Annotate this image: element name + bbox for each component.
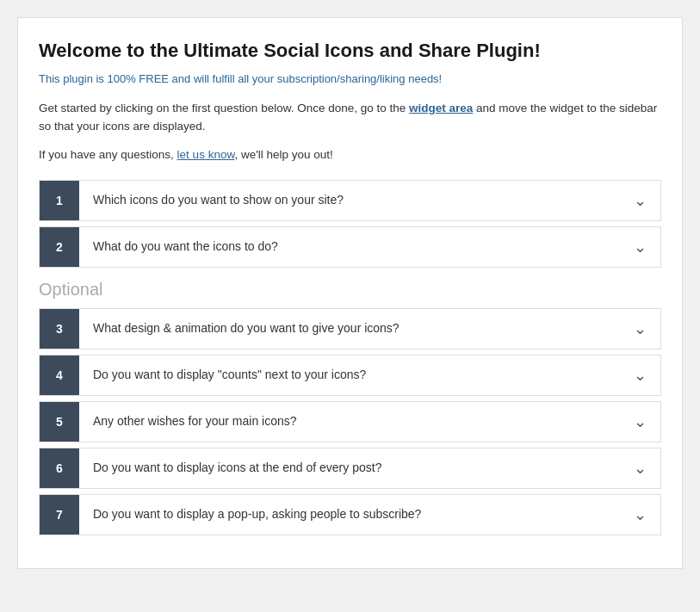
optional-section: Optional 3 What design & animation do yo… <box>39 280 661 535</box>
accordion-item[interactable]: 6 Do you want to display icons at the en… <box>39 448 661 489</box>
accordion-label: Which icons do you want to show on your … <box>79 192 620 209</box>
accordion-item[interactable]: 7 Do you want to display a pop-up, askin… <box>39 494 661 535</box>
chevron-down-icon: ⌄ <box>620 505 660 524</box>
accordion-number: 7 <box>40 495 79 535</box>
help-text: If you have any questions, let us know, … <box>39 148 661 161</box>
required-accordion-group: 1 Which icons do you want to show on you… <box>39 180 661 268</box>
chevron-down-icon: ⌄ <box>620 459 660 478</box>
accordion-label: What do you want the icons to do? <box>79 238 620 256</box>
chevron-down-icon: ⌄ <box>620 319 660 338</box>
help-text-before-link: If you have any questions, <box>39 148 177 161</box>
chevron-down-icon: ⌄ <box>620 412 660 431</box>
optional-accordion-group: 3 What design & animation do you want to… <box>39 308 661 535</box>
description-text-before-link: Get started by clicking on the first que… <box>39 102 409 114</box>
accordion-label: Do you want to display icons at the end … <box>79 460 620 477</box>
accordion-number: 4 <box>40 355 79 395</box>
main-container: Welcome to the Ultimate Social Icons and… <box>17 17 683 569</box>
chevron-down-icon: ⌄ <box>620 238 660 257</box>
accordion-number: 3 <box>40 309 79 349</box>
optional-label: Optional <box>39 280 661 300</box>
accordion-number: 5 <box>40 402 79 442</box>
accordion-item[interactable]: 1 Which icons do you want to show on you… <box>39 180 661 221</box>
accordion-number: 6 <box>40 448 79 488</box>
chevron-down-icon: ⌄ <box>620 191 660 210</box>
accordion-number: 2 <box>40 227 79 267</box>
accordion-item[interactable]: 5 Any other wishes for your main icons? … <box>39 401 661 442</box>
accordion-label: Any other wishes for your main icons? <box>79 413 620 430</box>
widget-area-link[interactable]: widget area <box>409 102 473 114</box>
description: Get started by clicking on the first que… <box>39 99 661 136</box>
page-title: Welcome to the Ultimate Social Icons and… <box>39 39 661 64</box>
accordion-label: Do you want to display a pop-up, asking … <box>79 506 620 523</box>
accordion-label: Do you want to display "counts" next to … <box>79 367 620 384</box>
accordion-item[interactable]: 4 Do you want to display "counts" next t… <box>39 355 661 396</box>
contact-link[interactable]: let us know <box>177 148 235 161</box>
chevron-down-icon: ⌄ <box>620 366 660 385</box>
accordion-number: 1 <box>40 181 79 220</box>
subtitle: This plugin is 100% FREE and will fulfil… <box>39 72 661 85</box>
help-text-after-link: , we'll help you out! <box>234 148 332 161</box>
accordion-label: What design & animation do you want to g… <box>79 320 620 337</box>
accordion-item[interactable]: 3 What design & animation do you want to… <box>39 308 661 349</box>
accordion-item[interactable]: 2 What do you want the icons to do? ⌄ <box>39 226 661 268</box>
